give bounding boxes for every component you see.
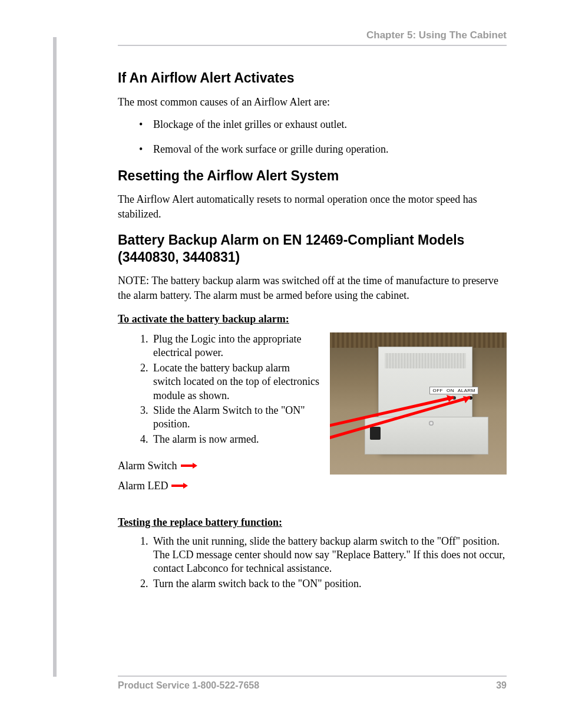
list-item: Removal of the work surface or grille du… — [153, 142, 507, 156]
list-item: Turn the alarm switch back to the "ON" p… — [151, 577, 507, 591]
list-item: Slide the Alarm Switch to the "ON" posit… — [151, 404, 319, 431]
airflow-causes-list: Blockage of the inlet grilles or exhaust… — [118, 117, 507, 157]
heading-resetting: Resetting the Airflow Alert System — [118, 167, 507, 185]
activate-two-column: Plug the Logic into the appropriate elec… — [118, 331, 507, 496]
list-item: Plug the Logic into the appropriate elec… — [151, 332, 319, 360]
callout-alarm-led: Alarm LED — [118, 476, 319, 496]
page-content: Chapter 5: Using The Cabinet If An Airfl… — [118, 29, 507, 592]
activate-steps-list: Plug the Logic into the appropriate elec… — [151, 332, 319, 446]
list-item: Blockage of the inlet grilles or exhaust… — [153, 117, 507, 131]
svg-marker-3 — [183, 483, 188, 489]
heading-airflow-alert: If An Airflow Alert Activates — [118, 70, 507, 87]
arrow-right-icon — [181, 462, 197, 469]
heading-battery-backup: Battery Backup Alarm on EN 12469-Complia… — [118, 232, 507, 266]
footer-service: Product Service 1-800-522-7658 — [118, 680, 259, 691]
document-page: Chapter 5: Using The Cabinet If An Airfl… — [0, 0, 562, 728]
testing-subheading: Testing the replace battery function: — [118, 516, 507, 529]
left-gutter-rule — [53, 37, 57, 677]
battery-note: NOTE: The battery backup alarm was switc… — [118, 274, 507, 302]
chapter-header: Chapter 5: Using The Cabinet — [118, 29, 507, 46]
arrow-right-icon — [171, 482, 188, 489]
list-item: The alarm is now armed. — [151, 433, 319, 446]
resetting-body: The Airflow Alert automatically resets t… — [118, 192, 507, 221]
callout-label: Alarm LED — [118, 476, 168, 496]
footer-page-number: 39 — [496, 680, 507, 691]
list-item: Locate the battery backup alarm switch l… — [151, 361, 319, 403]
callout-alarm-switch: Alarm Switch — [118, 456, 319, 476]
activate-subheading: To activate the battery backup alarm: — [118, 313, 507, 325]
electronics-module-photo: OFF ON ALARM — [330, 332, 507, 475]
activate-left-column: Plug the Logic into the appropriate elec… — [118, 331, 319, 496]
activate-right-column: OFF ON ALARM — [330, 331, 507, 475]
page-footer: Product Service 1-800-522-7658 39 — [118, 676, 507, 691]
photo-callouts: Alarm Switch Alarm LED — [118, 456, 319, 496]
svg-marker-1 — [193, 463, 197, 469]
callout-label: Alarm Switch — [118, 456, 177, 476]
testing-steps-list: With the unit running, slide the battery… — [151, 535, 507, 591]
list-item: With the unit running, slide the battery… — [151, 535, 507, 576]
callout-arrows-icon — [330, 332, 507, 475]
airflow-intro: The most common causes of an Airflow Ale… — [118, 95, 507, 109]
